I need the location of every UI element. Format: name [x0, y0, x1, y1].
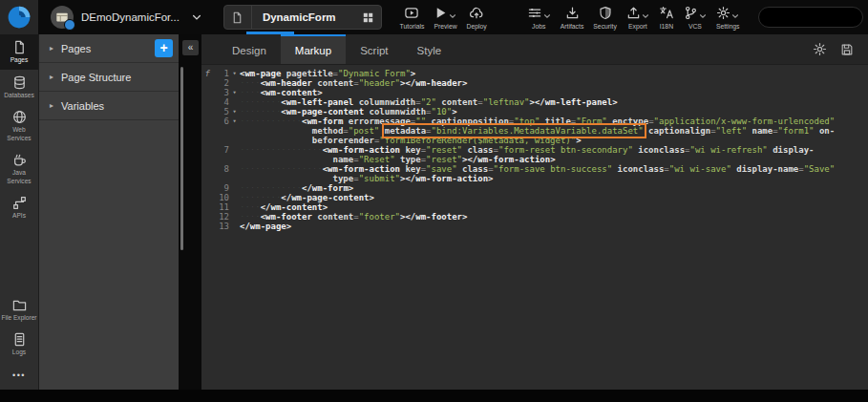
toolbar-settings-label: Settings	[716, 23, 740, 30]
code-line-content[interactable]: ········<wm-left-panel columnwidth="2" c…	[240, 97, 868, 107]
toolbar-export-button[interactable]: Export	[622, 0, 654, 34]
toolbar-artifacts-button[interactable]: Artifacts	[556, 0, 589, 34]
code-token: ></wm-footer>	[400, 212, 467, 222]
project-edit-badge	[64, 19, 75, 31]
code-token: "submit"	[359, 174, 400, 183]
sidebar-item-java-services[interactable]: Java Services	[0, 147, 38, 190]
page-tab-dynamicform[interactable]: DynamicForm	[223, 5, 382, 30]
active-page-tab-indicator	[246, 32, 294, 34]
panel-section-pages[interactable]: ▸Pages+	[39, 34, 179, 63]
fold-caret-icon[interactable]: ▾	[229, 107, 240, 116]
tab-style[interactable]: Style	[403, 34, 456, 64]
gutter-marker	[201, 164, 210, 183]
toolbar-preview-button[interactable]: Preview	[429, 0, 461, 34]
grid-icon[interactable]	[355, 6, 381, 29]
caret-right-icon: ▸	[50, 44, 53, 53]
code-line-9[interactable]: 9············</wm-form>	[201, 183, 868, 193]
code-line-7[interactable]: 7················<wm-form-action key="re…	[201, 145, 868, 164]
code-line-content[interactable]: ········<wm-page-content columnwidth="10…	[240, 107, 868, 116]
code-line-content[interactable]: ············<wm-form errormessage="" cap…	[240, 116, 868, 145]
code-line-2[interactable]: 2····<wm-header content="header"></wm-he…	[201, 78, 868, 88]
code-line-12[interactable]: 12····<wm-footer content="footer"></wm-f…	[201, 212, 868, 222]
code-line-11[interactable]: 11····</wm-content>	[201, 202, 868, 212]
tab-script[interactable]: Script	[346, 34, 402, 64]
project-selector[interactable]: DEmoDynamicFor...	[51, 6, 202, 29]
gutter: 6▾	[201, 116, 240, 145]
sidebar-item-logs[interactable]: Logs	[0, 327, 38, 362]
code-token: </wm-page-content>	[281, 193, 374, 202]
toolbar-jobs-button[interactable]: Jobs	[522, 0, 556, 34]
code-token: "save"	[426, 164, 457, 174]
line-number: 5	[210, 107, 229, 116]
code-line-content[interactable]: ····<wm-footer content="footer"></wm-foo…	[240, 212, 868, 222]
sidebar-item-pages[interactable]: Pages	[0, 34, 38, 70]
left-icon-sidebar: PagesDatabasesWeb ServicesJava ServicesA…	[0, 34, 38, 390]
fold-caret-icon[interactable]: ▾	[229, 88, 240, 97]
file-icon	[224, 6, 252, 29]
code-token: "form1"	[778, 126, 815, 136]
panel-scrollbar[interactable]	[180, 67, 183, 250]
code-line-4[interactable]: 4········<wm-left-panel columnwidth="2" …	[201, 97, 868, 107]
code-editor[interactable]: f1▾<wm-page pagetitle="Dynamic Form">2··…	[201, 65, 868, 390]
gutter-marker	[201, 212, 210, 222]
panel-section-variables[interactable]: ▸Variables	[39, 92, 179, 120]
code-line-content[interactable]: ····</wm-content>	[240, 202, 868, 212]
code-line-6[interactable]: 6▾············<wm-form errormessage="" c…	[201, 116, 868, 145]
toolbar-deploy-button[interactable]: Deploy	[462, 0, 492, 34]
fold-caret-icon[interactable]: ▾	[229, 69, 240, 78]
tab-design[interactable]: Design	[218, 34, 281, 64]
code-line-5[interactable]: 5▾········<wm-page-content columnwidth="…	[201, 107, 868, 116]
code-token: key	[400, 145, 421, 155]
pages-panel: ▸Pages+▸Page Structure▸Variables	[38, 34, 179, 390]
toolbar-vcs-label: VCS	[688, 23, 702, 30]
code-token: <wm-page-content	[281, 107, 364, 116]
code-line-content[interactable]: ····<wm-content>	[240, 88, 868, 97]
topbar-search-input[interactable]	[758, 7, 863, 28]
markup-settings-button[interactable]	[813, 42, 827, 56]
gutter-marker	[201, 202, 210, 212]
code-line-content[interactable]: </wm-page>	[240, 222, 868, 231]
code-token: content	[436, 97, 477, 107]
code-line-content[interactable]: ····<wm-header content="header"></wm-hea…	[240, 78, 868, 88]
code-line-1[interactable]: f1▾<wm-page pagetitle="Dynamic Form">	[201, 69, 868, 78]
code-token: "bind:Variables.MetadataVariable.dataSet…	[432, 126, 644, 136]
fold-caret-icon[interactable]: ▾	[229, 116, 240, 145]
code-line-3[interactable]: 3▾····<wm-content>	[201, 88, 868, 97]
wavemaker-logo[interactable]	[0, 0, 38, 34]
code-token: "application/x-www-form-urlencoded"	[654, 116, 836, 126]
code-token: "10"	[432, 107, 453, 116]
sidebar-item-apis[interactable]: APIs	[0, 190, 38, 225]
toolbar-i18n-button[interactable]: I18N	[654, 0, 679, 34]
toolbar-tutorials-button[interactable]: Tutorials	[395, 0, 430, 34]
sidebar-more-button[interactable]: •••	[0, 362, 38, 390]
toolbar-vcs-button[interactable]: VCS	[679, 0, 711, 34]
code-line-10[interactable]: 10········</wm-page-content>	[201, 193, 868, 202]
code-line-content[interactable]: ················<wm-form-action key="res…	[240, 145, 868, 164]
code-token: </wm-form>	[302, 183, 353, 193]
sidebar-item-file-explorer[interactable]: File Explorer	[0, 292, 38, 328]
code-line-content[interactable]: ················<wm-form-action key="sav…	[240, 164, 868, 183]
sidebar-item-databases[interactable]: Databases	[0, 70, 38, 105]
database-icon	[12, 75, 27, 90]
code-line-content[interactable]: ············</wm-form>	[240, 183, 868, 193]
toolbar-security-button[interactable]: Security	[588, 0, 622, 34]
code-token: ></wm-header>	[400, 78, 467, 88]
collapse-panel-button[interactable]: «	[182, 40, 199, 55]
code-token: >	[452, 107, 456, 116]
save-button[interactable]	[840, 43, 854, 56]
indent-guides: ················	[240, 145, 323, 155]
gutter: 5▾	[201, 107, 240, 116]
code-line-13[interactable]: 13</wm-page>	[201, 222, 868, 231]
panel-section-page-structure[interactable]: ▸Page Structure	[39, 63, 179, 92]
code-token: "Form"	[576, 116, 607, 126]
add-page-button[interactable]: +	[155, 39, 173, 57]
code-line-content[interactable]: ········</wm-page-content>	[240, 193, 868, 202]
code-line-8[interactable]: 8················<wm-form-action key="sa…	[201, 164, 868, 183]
toolbar-settings-button[interactable]: Settings	[711, 0, 745, 34]
tab-markup[interactable]: Markup	[281, 34, 346, 64]
code-line-content[interactable]: <wm-page pagetitle="Dynamic Form">	[240, 69, 868, 78]
code-token: content	[312, 212, 353, 222]
line-number: 13	[210, 222, 229, 231]
line-number: 2	[210, 78, 229, 88]
sidebar-item-web-services[interactable]: Web Services	[0, 104, 38, 147]
